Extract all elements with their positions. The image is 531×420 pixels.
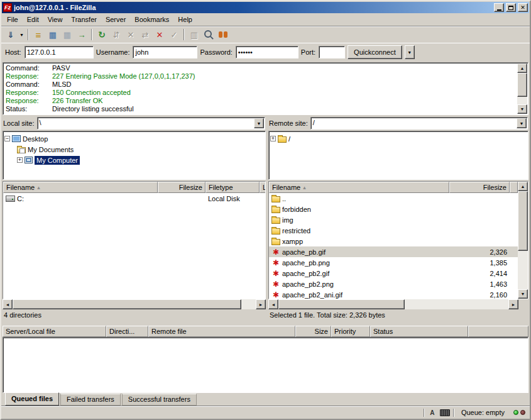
refresh-icon[interactable] [95, 28, 109, 41]
queue-body[interactable] [3, 337, 528, 393]
tree-item-desktop[interactable]: Desktop [4, 133, 264, 144]
column-header-filesize[interactable]: Filesize [158, 182, 205, 193]
remote-list-body[interactable]: .. forbidden img restricted [269, 193, 518, 299]
tab-successful-transfers[interactable]: Successful transfers [122, 394, 197, 406]
chevron-down-icon[interactable]: ▼ [517, 118, 527, 128]
remote-directory-tree[interactable]: / [268, 131, 528, 180]
close-button[interactable]: ✕ [518, 3, 528, 12]
column-header-filename[interactable]: Filename [269, 182, 449, 193]
folder-icon [271, 239, 280, 245]
disconnect-icon[interactable] [153, 28, 167, 41]
local-list-body[interactable]: C: Local Disk [3, 193, 265, 299]
toggle-transfer-queue-icon[interactable] [75, 28, 89, 41]
password-input[interactable] [236, 46, 298, 58]
encryption-indicator-icon[interactable] [440, 409, 450, 416]
local-site-label: Local site: [3, 119, 35, 127]
message-log[interactable]: Command:PASV Response:227 Entering Passi… [3, 62, 528, 115]
tree-item-root[interactable]: / [270, 133, 527, 144]
scroll-thumb[interactable] [518, 191, 528, 251]
file-row[interactable]: .. [269, 193, 518, 204]
column-header-server-local-file[interactable]: Server/Local file [3, 326, 106, 337]
scroll-thumb[interactable] [13, 299, 241, 309]
username-input[interactable] [133, 46, 197, 58]
tab-queued-files[interactable]: Queued files [5, 392, 59, 406]
column-header-size[interactable]: Size [295, 326, 331, 337]
quickconnect-button[interactable]: Quickconnect [348, 45, 402, 59]
tree-item-my-documents[interactable]: My Documents [4, 144, 264, 155]
menu-file[interactable]: File [3, 14, 23, 25]
column-header-filetype[interactable]: Filetype [205, 182, 260, 193]
close-icon: ✕ [520, 5, 525, 11]
column-header-remote-file[interactable]: Remote file [148, 326, 295, 337]
file-row[interactable]: img [269, 214, 518, 225]
menu-server[interactable]: Server [101, 14, 130, 25]
column-header-filename[interactable]: Filename [3, 182, 158, 193]
file-row[interactable]: apache_pb2.gif 2,414 [269, 268, 518, 279]
collapse-icon[interactable] [4, 136, 10, 141]
scroll-thumb[interactable] [517, 73, 527, 97]
site-manager-icon[interactable] [4, 28, 18, 41]
local-site-combobox[interactable]: \ ▼ [37, 117, 265, 130]
log-scrollbar[interactable]: ▲ ▼ [517, 64, 527, 114]
quickconnect-dropdown-icon[interactable]: ▼ [405, 45, 415, 59]
directory-comparison-icon[interactable] [187, 28, 201, 41]
toggle-local-treeview-icon[interactable] [46, 28, 60, 41]
find-files-icon[interactable] [216, 28, 230, 41]
column-header-status[interactable]: Status [370, 326, 468, 337]
minimize-button[interactable] [494, 3, 504, 12]
menu-transfer[interactable]: Transfer [67, 14, 101, 25]
log-text: PASV [52, 64, 70, 72]
host-input[interactable] [25, 46, 94, 58]
remote-site-combobox[interactable]: / ▼ [310, 117, 528, 130]
scroll-right-icon[interactable]: ► [508, 299, 518, 309]
maximize-button[interactable] [506, 3, 516, 12]
column-header-filesize[interactable]: Filesize [449, 182, 510, 193]
file-row[interactable]: apache_pb.png 1,385 [269, 257, 518, 268]
menu-view[interactable]: View [43, 14, 67, 25]
remote-vertical-scrollbar[interactable]: ▲ ▼ [518, 182, 528, 299]
menu-edit[interactable]: Edit [23, 14, 43, 25]
column-header-last-modified[interactable]: L [260, 182, 265, 193]
toggle-message-log-icon[interactable] [31, 28, 45, 41]
toggle-remote-treeview-icon[interactable] [60, 28, 74, 41]
column-header-priority[interactable]: Priority [331, 326, 370, 337]
scroll-left-icon[interactable]: ◄ [268, 299, 278, 309]
file-row[interactable]: forbidden [269, 204, 518, 214]
tab-failed-transfers[interactable]: Failed transfers [60, 394, 121, 406]
scroll-up-icon[interactable]: ▲ [518, 182, 528, 191]
scroll-up-icon[interactable]: ▲ [517, 64, 527, 73]
local-horizontal-scrollbar[interactable]: ◄ ► [3, 299, 266, 309]
file-row-selected[interactable]: apache_pb.gif 2,326 [269, 246, 518, 257]
column-header-direction[interactable]: Directi... [106, 326, 148, 337]
site-manager-dropdown-icon[interactable]: ▼ [18, 28, 25, 41]
scroll-thumb[interactable] [278, 299, 405, 309]
scroll-right-icon[interactable]: ► [256, 299, 266, 309]
file-row[interactable]: apache_pb2_ani.gif 2,160 [269, 289, 518, 299]
expand-icon[interactable] [270, 136, 276, 141]
file-row[interactable]: xampp [269, 236, 518, 246]
process-queue-icon[interactable] [109, 28, 123, 41]
menu-help[interactable]: Help [173, 14, 197, 25]
scroll-down-icon[interactable]: ▼ [517, 104, 527, 114]
remote-horizontal-scrollbar[interactable]: ◄ ► [268, 299, 518, 309]
tree-item-my-computer[interactable]: My Computer [4, 155, 264, 165]
titlebar[interactable]: Fz john@127.0.0.1 - FileZilla ✕ [2, 2, 529, 13]
transfer-type-indicator[interactable]: A [428, 408, 437, 417]
menu-bookmarks[interactable]: Bookmarks [130, 14, 173, 25]
expand-icon[interactable] [17, 157, 23, 163]
chevron-down-icon[interactable]: ▼ [254, 118, 264, 128]
log-line: Command:PASV [6, 64, 517, 72]
synchronized-browsing-icon[interactable] [202, 28, 216, 41]
cancel-operation-icon[interactable] [124, 28, 138, 41]
local-directory-tree[interactable]: Desktop My Documents My Computer [3, 131, 266, 180]
file-row[interactable]: C: Local Disk [3, 193, 265, 204]
file-size: 1,385 [449, 257, 510, 268]
port-input[interactable] [319, 46, 345, 58]
scroll-left-icon[interactable]: ◄ [3, 299, 13, 309]
filter-icon[interactable] [167, 28, 181, 41]
file-row[interactable]: restricted [269, 225, 518, 236]
reconnect-icon[interactable] [138, 28, 152, 41]
folder-icon [271, 196, 280, 202]
scroll-down-icon[interactable]: ▼ [518, 289, 528, 299]
file-row[interactable]: apache_pb2.png 1,463 [269, 279, 518, 289]
